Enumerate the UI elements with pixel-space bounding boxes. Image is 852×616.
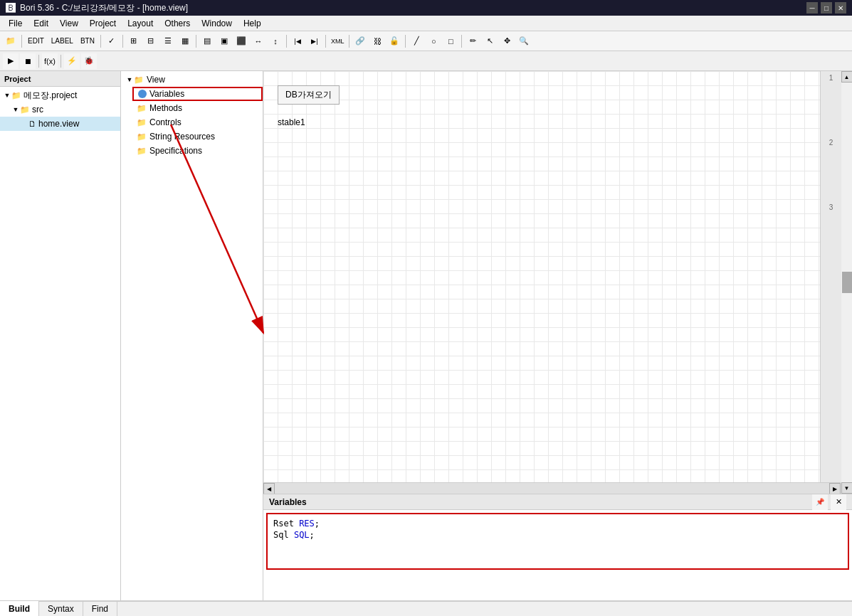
project-panel: Project ▼ 📁 메모장.project ▼ 📁 src 🗋 <box>0 71 121 600</box>
var-rset-keyword: Rset <box>273 519 299 529</box>
app-icon: 🅱 <box>6 2 16 14</box>
toolbar-1: 📁 EDIT LABEL BTN ✓ ⊞ ⊟ ☰ ▦ ▤ ▣ ⬛ ↔ ↕ |◀ … <box>0 31 852 51</box>
menu-project[interactable]: Project <box>84 17 122 30</box>
expand-src: ▼ <box>11 106 20 113</box>
menu-help[interactable]: Help <box>238 17 267 30</box>
variables-content: Rset RES; Sql SQL; <box>266 513 849 570</box>
tb-layout6[interactable]: ▣ <box>216 33 232 49</box>
tb-check-btn[interactable]: ✓ <box>104 33 120 49</box>
tb2-run[interactable]: ▶ <box>3 53 19 69</box>
tb-layout8[interactable]: ↔ <box>251 33 266 49</box>
tb-btn-btn[interactable]: BTN <box>78 33 98 49</box>
view-item-stringres[interactable]: 📁 String Resources <box>132 129 263 144</box>
tb-layout4[interactable]: ▦ <box>177 33 193 49</box>
view-label-specs: Specifications <box>149 146 202 156</box>
src-folder-icon: 📁 <box>20 105 30 115</box>
tb-pointer[interactable]: ↖ <box>482 33 498 49</box>
tb-rect[interactable]: □ <box>443 33 458 49</box>
tb-layout9[interactable]: ↕ <box>268 33 283 49</box>
tb2-other1[interactable]: ⚡ <box>64 53 80 69</box>
var-sql-keyword: Sql <box>273 530 294 540</box>
tb2-stop[interactable]: ⏹ <box>20 53 36 69</box>
tb-link3[interactable]: 🔓 <box>386 33 402 49</box>
bottom-tab-syntax[interactable]: Syntax <box>39 601 83 616</box>
tb2-func[interactable]: f(x) <box>42 53 58 69</box>
editor-area: DB가져오기 stable1 ▲ ▼ 1 2 3 <box>263 71 852 494</box>
scroll-left-btn[interactable]: ◀ <box>263 483 275 494</box>
tb-line[interactable]: ╱ <box>409 33 424 49</box>
scroll-right-btn[interactable]: ▶ <box>829 483 841 494</box>
view-item-specifications[interactable]: 📁 Specifications <box>132 144 263 158</box>
minimize-button[interactable]: ─ <box>806 2 818 14</box>
tb-layout1[interactable]: ⊞ <box>126 33 142 49</box>
view-item-variables[interactable]: Variables <box>132 87 263 101</box>
view-item-view[interactable]: ▼ 📁 View <box>121 73 263 87</box>
var-sql-type: SQL <box>294 530 310 540</box>
variables-close-btn[interactable]: ✕ <box>831 494 846 510</box>
project-header-label: Project <box>4 75 31 83</box>
var-line-1: Rset RES; <box>273 519 842 529</box>
scroll-down-btn[interactable]: ▼ <box>841 482 853 494</box>
tree-label-homeview: home.view <box>38 119 79 129</box>
menu-window[interactable]: Window <box>196 17 238 30</box>
tb-zoom[interactable]: 🔍 <box>516 33 532 49</box>
project-header: Project <box>0 71 120 87</box>
scroll-up-btn[interactable]: ▲ <box>841 71 853 83</box>
toolbar-2: ▶ ⏹ f(x) ⚡ 🐞 <box>0 51 852 71</box>
tb-project-btn[interactable]: 📁 <box>3 33 19 49</box>
title-bar: 🅱 Bori 5.36 - C:/보리강좌/메모장 - [home.view] … <box>0 0 852 16</box>
maximize-button[interactable]: □ <box>821 2 832 14</box>
tb-text2[interactable]: ▶| <box>307 33 322 49</box>
menu-layout[interactable]: Layout <box>122 17 159 30</box>
tb-link2[interactable]: ⛓ <box>369 33 385 49</box>
view-label-methods: Methods <box>149 103 182 113</box>
view-label-controls: Controls <box>149 117 182 127</box>
line-num-3: 3 <box>829 203 833 211</box>
tb-layout7[interactable]: ⬛ <box>233 33 249 49</box>
tree-item-project[interactable]: ▼ 📁 메모장.project <box>0 88 120 102</box>
line-num-2: 2 <box>829 139 833 147</box>
tb-link1[interactable]: 🔗 <box>352 33 368 49</box>
variables-pin-btn[interactable]: 📌 <box>812 494 828 510</box>
tb-circle[interactable]: ○ <box>426 33 441 49</box>
line-num-1: 1 <box>829 74 833 82</box>
view-item-methods[interactable]: 📁 Methods <box>132 101 263 115</box>
editor-scrollbar[interactable]: ▲ ▼ 1 2 3 <box>841 71 852 494</box>
tree-item-src[interactable]: ▼ 📁 src <box>0 102 120 117</box>
close-button[interactable]: ✕ <box>835 2 846 14</box>
project-folder-icon: 📁 <box>11 91 21 100</box>
view-label-stringres: String Resources <box>149 132 215 142</box>
menu-file[interactable]: File <box>3 17 28 30</box>
tb-text1[interactable]: |◀ <box>290 33 305 49</box>
var-rset-rest: ; <box>315 519 320 529</box>
view-label-view: View <box>147 75 165 85</box>
variables-circle-icon <box>138 90 147 98</box>
homeview-file-icon: 🗋 <box>28 120 36 128</box>
bottom-tab-build[interactable]: Build <box>0 601 39 616</box>
variables-panel-header: Variables 📌 ✕ <box>263 494 852 510</box>
tree-label-project: 메모장.project <box>23 90 77 102</box>
tb-move[interactable]: ✥ <box>499 33 515 49</box>
menu-bar: File Edit View Project Layout Others Win… <box>0 16 852 31</box>
grid-overlay <box>263 71 852 494</box>
tb-layout5[interactable]: ▤ <box>199 33 215 49</box>
bottom-tab-find[interactable]: Find <box>83 601 117 616</box>
menu-edit[interactable]: Edit <box>28 17 54 30</box>
menu-others[interactable]: Others <box>159 17 196 30</box>
variables-panel: Variables 📌 ✕ Rset RES; Sql SQL; <box>263 494 852 600</box>
tb2-other2[interactable]: 🐞 <box>81 53 97 69</box>
tb-label-btn[interactable]: LABEL <box>48 33 76 49</box>
tb-xml[interactable]: XML <box>329 33 347 49</box>
db-fetch-button[interactable]: DB가져오기 <box>278 85 340 105</box>
view-item-controls[interactable]: 📁 Controls <box>132 115 263 129</box>
methods-folder-icon: 📁 <box>137 104 147 113</box>
tb-layout2[interactable]: ⊟ <box>143 33 159 49</box>
var-line-2: Sql SQL; <box>273 530 842 540</box>
tree-item-homeview[interactable]: 🗋 home.view <box>0 117 120 131</box>
view-label-variables: Variables <box>149 89 184 99</box>
tb-layout3[interactable]: ☰ <box>160 33 176 49</box>
specs-folder-icon: 📁 <box>137 147 147 156</box>
tb-edit-btn[interactable]: EDIT <box>25 33 47 49</box>
menu-view[interactable]: View <box>54 17 84 30</box>
tb-pencil[interactable]: ✏ <box>465 33 480 49</box>
